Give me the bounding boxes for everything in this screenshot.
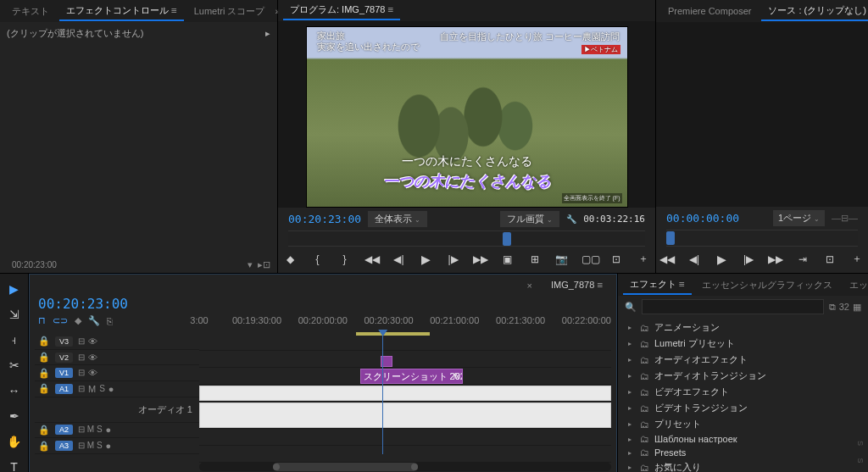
effect-controls-panel: テキスト エフェクトコントロール ≡ Lumetri スコープ » (クリップが… <box>0 0 278 273</box>
tab-essential-graphics[interactable]: エッセンシャルグラフィックス <box>695 276 839 294</box>
src-plus-button[interactable]: ＋ <box>849 252 865 266</box>
badge-32bit-icon[interactable]: 32 <box>839 302 849 313</box>
effects-search-input[interactable] <box>642 299 824 314</box>
razor-tool[interactable]: ✂ <box>6 357 23 374</box>
hand-tool[interactable]: ✋ <box>6 433 23 450</box>
comparison-button[interactable]: ▢▢ <box>581 253 597 265</box>
export-frame-button[interactable]: 📷 <box>554 253 570 265</box>
program-monitor[interactable]: 家出旅 実家を追い出されたので 自立を目指したひとり旅 コーヒー農園訪問 ▶ベト… <box>306 26 628 208</box>
fx-folder-presets-en[interactable]: ▸🗂Presets <box>618 446 868 459</box>
no-clip-row[interactable]: (クリップが選択されていません) ▸ <box>7 27 270 40</box>
caption-white: 一つの木にたくさんなる <box>307 154 627 169</box>
tab-program[interactable]: プログラム: IMG_7878 ≡ <box>283 1 400 20</box>
button-editor-plus[interactable]: ＋ <box>636 252 651 266</box>
fx-folder-animation[interactable]: ▸🗂アニメーション <box>618 319 868 336</box>
track-head-audio1[interactable]: オーディオ 1 <box>35 397 199 423</box>
tab-effect-controls[interactable]: エフェクトコントロール ≡ <box>59 2 184 21</box>
tab-text[interactable]: テキスト <box>5 3 56 20</box>
source-page-dropdown[interactable]: 1ページ ⌄ <box>773 210 825 226</box>
timeline-zoom-thumb[interactable] <box>273 463 417 471</box>
fx-folder-audio-transitions[interactable]: ▸🗂オーディオトランジション <box>618 368 868 384</box>
snap-icon[interactable]: ⊓ <box>38 315 46 326</box>
source-tabs: Premiere Composer ソース : (クリップなし) ≡ » <box>656 0 868 22</box>
timeline-settings-icon[interactable]: 🔧 <box>88 315 100 326</box>
src-go-out-button[interactable]: ▶▶ <box>768 253 783 265</box>
mark-out-button[interactable]: } <box>337 253 353 265</box>
src-go-in-button[interactable]: ◀◀ <box>659 253 675 265</box>
track-select-tool[interactable]: ⇲ <box>6 306 23 323</box>
track-head-a3[interactable]: 🔒A3⊟ M S ● <box>35 438 199 454</box>
track-head-v2[interactable]: 🔒V2⊟ 👁 <box>35 350 199 366</box>
go-to-out-button[interactable]: ▶▶ <box>473 253 488 265</box>
src-insert-button[interactable]: ⇥ <box>795 253 810 265</box>
tab-lumetri-scopes[interactable]: Lumetri スコープ <box>187 3 272 20</box>
add-marker-button[interactable]: ◆ <box>283 253 298 265</box>
track-head-a2[interactable]: 🔒A2⊟ M S ● <box>35 423 199 439</box>
track-head-v1[interactable]: 🔒V1⊟ 👁 <box>35 365 199 381</box>
source-monitor[interactable] <box>656 22 868 207</box>
close-seq-icon[interactable]: × <box>527 280 532 291</box>
overlay-upper-left: 家出旅 実家を追い出されたので <box>317 31 420 53</box>
tab-premiere-composer[interactable]: Premiere Composer <box>661 3 758 19</box>
pen-tool[interactable]: ✒ <box>6 408 23 425</box>
panel-menu-icon[interactable]: ≡ <box>171 5 177 16</box>
quality-dropdown[interactable]: フル画質 ⌄ <box>500 211 559 227</box>
lift-button[interactable]: ▣ <box>500 253 515 265</box>
source-scrub-bar[interactable] <box>666 230 858 247</box>
badge-accelerated-icon[interactable]: ⧉ <box>829 302 836 313</box>
extract-button[interactable]: ⊞ <box>527 253 542 265</box>
linked-selection-icon[interactable]: ⊂⊃ <box>53 315 68 326</box>
fx-folder-audio-effects[interactable]: ▸🗂オーディオエフェクト <box>618 352 868 368</box>
ripple-edit-tool[interactable]: ⫞ <box>6 331 23 348</box>
timeline-display-icon[interactable]: ⎘ <box>107 316 113 326</box>
selection-tool[interactable]: ▶ <box>6 280 23 297</box>
wrench-icon[interactable]: ▸⊡ <box>258 259 270 270</box>
play-button[interactable]: ▶ <box>419 253 434 266</box>
fx-folder-lumetri[interactable]: ▸🗂Lumetri プリセット <box>618 336 868 352</box>
settings-wrench-icon[interactable]: 🔧 <box>566 214 576 224</box>
track-head-a1[interactable]: 🔒A1⊟ M S ● <box>35 381 199 397</box>
track-lanes[interactable]: スクリーンショット 2024-08-...fx <box>199 334 611 454</box>
program-scrub-handle[interactable] <box>503 232 511 246</box>
clip-a1-audio[interactable] <box>199 386 611 401</box>
fx-folder-presets[interactable]: ▸🗂プリセット <box>618 416 868 432</box>
add-marker-icon[interactable]: ◆ <box>75 315 81 326</box>
badge-yuv-icon[interactable]: ▦ <box>853 302 861 313</box>
src-step-back-button[interactable]: ◀| <box>687 253 702 265</box>
src-play-button[interactable]: ▶ <box>714 253 729 266</box>
fx-folder-templates-ru[interactable]: ▸🗂Шаблоны настроек <box>618 432 868 446</box>
safe-margins-button[interactable]: ⊡ <box>609 253 624 265</box>
timeline-timecode[interactable]: 00:20:23:00 <box>30 292 616 312</box>
fx-folder-favorites[interactable]: ▸🗂お気に入り <box>618 459 868 472</box>
mark-in-button[interactable]: { <box>310 253 326 265</box>
src-step-fwd-button[interactable]: |▶ <box>741 253 756 265</box>
sequence-tab[interactable]: IMG_7878 ≡ <box>546 278 608 292</box>
fx-folder-video-transitions[interactable]: ▸🗂ビデオトランジション <box>618 400 868 416</box>
effect-controls-timecode[interactable]: 00:20:23:00 <box>7 258 62 271</box>
time-ruler[interactable]: 3:00 00:19:30:00 00:20:00:00 00:20:30:00… <box>199 315 611 330</box>
filter-icon[interactable]: ▾ <box>248 259 253 270</box>
source-scrub-handle[interactable] <box>666 231 675 245</box>
timeline-zoom-bar[interactable] <box>199 463 611 471</box>
tab-source-noclip[interactable]: ソース : (クリップなし) ≡ <box>761 2 868 21</box>
clip-audio1-audio[interactable] <box>199 403 611 428</box>
step-back-button[interactable]: ◀| <box>392 253 407 265</box>
slip-tool[interactable]: ↔ <box>6 382 23 399</box>
no-clip-label: (クリップが選択されていません) <box>7 27 143 40</box>
type-tool[interactable]: T <box>6 458 23 472</box>
program-current-timecode[interactable]: 00:20:23:00 <box>288 213 361 225</box>
src-overwrite-button[interactable]: ⊡ <box>822 253 837 265</box>
fx-folder-video-effects[interactable]: ▸🗂ビデオエフェクト <box>618 384 868 400</box>
clip-v1-screenshot[interactable]: スクリーンショット 2024-08-...fx <box>360 369 464 384</box>
source-timecode[interactable]: 00:00:00:00 <box>666 212 739 225</box>
go-to-in-button[interactable]: ◀◀ <box>364 253 380 265</box>
program-scrub-bar[interactable] <box>288 230 645 247</box>
audio-meter-placeholder: S S <box>856 441 865 469</box>
program-transport: ◆ { } ◀◀ ◀| ▶ |▶ ▶▶ ▣ ⊞ 📷 ▢▢ ⊡ ＋ <box>278 247 655 273</box>
track-head-v3[interactable]: 🔒V3⊟ 👁 <box>35 334 199 350</box>
step-forward-button[interactable]: |▶ <box>446 253 461 265</box>
tab-effects[interactable]: エフェクト ≡ <box>623 275 692 295</box>
tab-overflow[interactable]: エッセ <box>843 276 868 294</box>
playhead[interactable] <box>382 334 383 454</box>
zoom-fit-dropdown[interactable]: 全体表示 ⌄ <box>368 211 427 227</box>
